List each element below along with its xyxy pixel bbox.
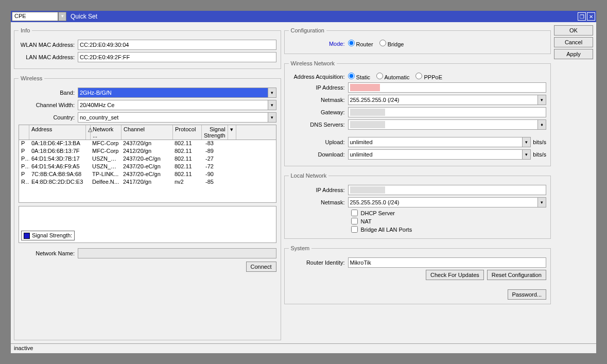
lan-ip-redacted — [350, 186, 385, 194]
action-buttons: OK Cancel Apply — [554, 25, 593, 340]
wireless-network-legend: Wireless Network — [289, 60, 337, 66]
bridge-lan-checkbox[interactable] — [351, 226, 358, 233]
lan-mac-field — [78, 52, 276, 62]
system-legend: System — [289, 245, 312, 251]
cancel-button[interactable]: Cancel — [554, 37, 593, 47]
restore-icon[interactable]: ❐ — [578, 12, 586, 21]
lan-netmask-field[interactable] — [348, 197, 539, 207]
upload-dropdown-icon[interactable]: ▾ — [523, 137, 531, 147]
col-signal[interactable]: Signal Strength — [202, 125, 228, 140]
netmask-dropdown-icon[interactable]: ▾ — [538, 95, 546, 105]
col-protocol[interactable]: Protocol — [173, 125, 202, 140]
dns-redacted — [350, 121, 385, 128]
upload-field[interactable] — [348, 137, 523, 147]
channel-width-label: Channel Width: — [19, 102, 78, 108]
table-row[interactable]: P0A:18:D6:4F:13:BAMFC-Corp2437/20/gn802.… — [19, 140, 276, 148]
reset-config-button[interactable]: Reset Configuration — [487, 270, 546, 280]
aa-static-radio[interactable]: Static — [348, 73, 371, 80]
legend-color-icon — [24, 233, 30, 239]
col-address[interactable]: Address — [29, 125, 86, 140]
mode-select-dropdown-icon[interactable]: ▾ — [58, 12, 66, 21]
ok-button[interactable]: OK — [554, 25, 593, 36]
download-unit: bits/s — [531, 151, 546, 158]
nat-checkbox[interactable] — [351, 218, 358, 224]
col-channel[interactable]: Channel — [122, 125, 173, 140]
router-identity-label: Router Identity: — [289, 259, 348, 266]
aa-pppoe-radio[interactable]: PPPoE — [415, 73, 442, 80]
lan-netmask-dropdown-icon[interactable]: ▾ — [538, 197, 546, 207]
dns-spinner-icon[interactable]: ♦ — [538, 119, 546, 130]
gateway-redacted — [350, 109, 385, 116]
mode-select[interactable]: CPE — [12, 12, 58, 21]
local-network-legend: Local Network — [289, 172, 329, 179]
wlan-mac-label: WLAN MAC Address: — [19, 42, 78, 48]
aa-automatic-radio[interactable]: Automatic — [376, 73, 409, 80]
lan-mac-label: LAN MAC Address: — [19, 54, 78, 60]
wireless-network-group: Wireless Network Address Acquisition: St… — [284, 60, 551, 166]
columns-dropdown-icon[interactable]: ▾ — [228, 125, 236, 140]
ip-address-label: IP Address: — [289, 84, 348, 91]
router-identity-field[interactable] — [348, 257, 547, 268]
network-name-label: Network Name: — [19, 250, 78, 256]
configuration-legend: Configuration — [289, 27, 326, 33]
table-row[interactable]: RBE4:8D:8C:2D:DC:E3Delfee.N...2417/20/gn… — [19, 179, 276, 186]
quickset-window: CPE ▾ Quick Set ❐ ✕ Info WLAN MAC Addres… — [10, 10, 597, 354]
country-dropdown-icon[interactable]: ▾ — [268, 112, 276, 123]
network-name-field — [78, 248, 276, 258]
mode-router-radio[interactable]: Router — [348, 40, 373, 47]
configuration-group: Configuration Mode: Router Bridge — [284, 27, 551, 54]
ip-address-redacted — [350, 84, 380, 91]
band-dropdown-icon[interactable]: ▾ — [268, 88, 276, 98]
window-title: Quick Set — [66, 13, 97, 20]
signal-graph-legend: Signal Strength: — [21, 231, 75, 240]
download-field[interactable] — [348, 149, 523, 160]
close-icon[interactable]: ✕ — [587, 12, 595, 21]
wireless-group: Wireless Band: ▾ Channel Width: ▾ — [14, 75, 281, 340]
apply-button[interactable]: Apply — [554, 49, 593, 59]
upload-unit: bits/s — [531, 139, 546, 145]
info-group: Info WLAN MAC Address: LAN MAC Address: — [14, 27, 281, 69]
system-group: System Router Identity: Check For Update… — [284, 245, 551, 304]
status-bar: inactive — [11, 343, 596, 353]
password-button[interactable]: Password... — [508, 289, 546, 300]
sort-indicator-icon[interactable]: △ — [86, 125, 91, 140]
titlebar: CPE ▾ Quick Set ❐ ✕ — [11, 11, 596, 22]
download-label: Download: — [289, 151, 348, 158]
download-dropdown-icon[interactable]: ▾ — [523, 149, 531, 160]
table-row[interactable]: P7C:8B:CA:B8:9A:68TP-LINK...2437/20-eC/g… — [19, 171, 276, 179]
dns-label: DNS Servers: — [289, 122, 348, 128]
connect-button[interactable]: Connect — [246, 262, 276, 272]
lan-netmask-label: Netmask: — [289, 199, 348, 205]
info-legend: Info — [19, 27, 32, 33]
country-label: Country: — [19, 114, 78, 120]
table-row[interactable]: PR64:D1:54:3D:7B:17USZN_M...2437/20-eC/g… — [19, 155, 276, 163]
table-row[interactable]: P0A:18:D6:6B:13:7FMFC-Corp2412/20/gn802.… — [19, 148, 276, 155]
table-row[interactable]: PR64:D1:54:A6:F9:A5USZN_M...2437/20-eC/g… — [19, 163, 276, 171]
gateway-label: Gateway: — [289, 109, 348, 115]
netmask-field[interactable] — [348, 95, 539, 105]
dhcp-server-checkbox[interactable] — [351, 210, 358, 216]
addr-acq-label: Address Acquisition: — [289, 74, 348, 80]
mode-bridge-radio[interactable]: Bridge — [379, 40, 404, 47]
band-select[interactable] — [78, 88, 268, 98]
upload-label: Upload: — [289, 139, 348, 145]
country-select[interactable] — [78, 112, 268, 123]
netmask-label: Netmask: — [289, 97, 348, 103]
channel-width-select[interactable] — [78, 100, 268, 110]
mode-label: Mode: — [289, 41, 348, 47]
wireless-legend: Wireless — [19, 75, 44, 81]
local-network-group: Local Network IP Address: Netmask: ▾ DHC… — [284, 172, 551, 239]
signal-graph: Signal Strength: — [19, 206, 276, 243]
lan-ip-label: IP Address: — [289, 187, 348, 193]
check-updates-button[interactable]: Check For Updates — [426, 270, 484, 280]
scan-table-header[interactable]: Address △ Network ... Channel Protocol S… — [19, 125, 276, 140]
channel-width-dropdown-icon[interactable]: ▾ — [268, 100, 276, 110]
wlan-mac-field — [78, 40, 276, 50]
scan-table[interactable]: P0A:18:D6:4F:13:BAMFC-Corp2437/20/gn802.… — [19, 140, 276, 203]
band-label: Band: — [19, 90, 78, 96]
col-network[interactable]: Network ... — [91, 125, 122, 140]
